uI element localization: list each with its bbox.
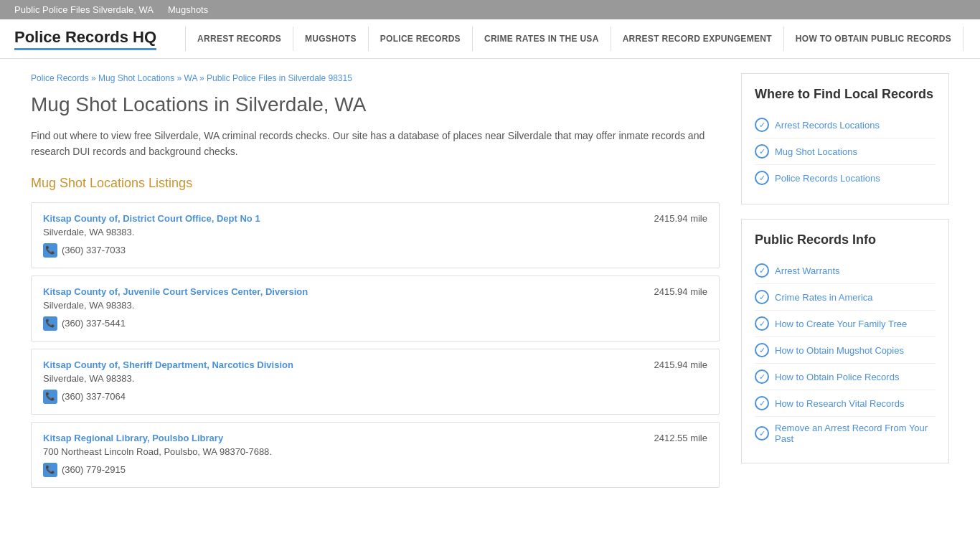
listing-name[interactable]: Kitsap Regional Library, Poulsbo Library <box>43 433 223 443</box>
breadcrumb: Police Records » Mug Shot Locations » WA… <box>31 73 720 83</box>
check-icon: ✓ <box>755 396 769 410</box>
sidebar-section1-title: Where to Find Local Records <box>755 87 936 102</box>
listing-card: Kitsap County of, Sheriff Department, Na… <box>31 349 720 415</box>
listing-card: Kitsap Regional Library, Poulsbo Library… <box>31 422 720 488</box>
nav-mugshots[interactable]: MUGSHOTS <box>293 27 369 51</box>
topbar-link-mugshots[interactable]: Mugshots <box>168 4 208 15</box>
sidebar-link[interactable]: ✓Police Records Locations <box>755 165 936 191</box>
listings-title: Mug Shot Locations Listings <box>31 176 720 191</box>
nav-arrest-records[interactable]: ARREST RECORDS <box>185 27 293 51</box>
listing-card: Kitsap County of, Juvenile Court Service… <box>31 276 720 342</box>
sidebar-link[interactable]: ✓How to Obtain Mugshot Copies <box>755 337 936 364</box>
phone-number[interactable]: (360) 779-2915 <box>62 464 126 475</box>
breadcrumb-police-records[interactable]: Police Records <box>31 73 89 83</box>
listing-phone: 📞 (360) 337-7064 <box>43 390 707 404</box>
sidebar-section2-title: Public Records Info <box>755 232 936 248</box>
listing-address: Silverdale, WA 98383. <box>43 300 707 311</box>
logo[interactable]: Police Records HQ <box>14 28 156 50</box>
page-title: Mug Shot Locations in Silverdale, WA <box>31 93 720 116</box>
check-icon: ✓ <box>755 426 769 441</box>
nav-police-records[interactable]: POLICE RECORDS <box>369 27 473 51</box>
sidebar-links-local: ✓Arrest Records Locations✓Mug Shot Locat… <box>755 112 936 191</box>
sidebar: Where to Find Local Records ✓Arrest Reco… <box>741 73 949 495</box>
nav-public-records[interactable]: HOW TO OBTAIN PUBLIC RECORDS <box>784 27 963 51</box>
phone-icon: 📞 <box>43 390 57 404</box>
topbar-link-police-files[interactable]: Public Police Files Silverdale, WA <box>14 4 154 15</box>
listing-distance: 2412.55 mile <box>654 433 707 443</box>
sidebar-link[interactable]: ✓How to Create Your Family Tree <box>755 311 936 337</box>
listing-header: Kitsap County of, Sheriff Department, Na… <box>43 359 707 370</box>
sidebar-link-label: Arrest Records Locations <box>775 120 880 131</box>
sidebar-link-label: Police Records Locations <box>775 173 880 184</box>
main-nav: ARREST RECORDS MUGSHOTS POLICE RECORDS C… <box>185 27 963 51</box>
nav-crime-rates[interactable]: CRIME RATES IN THE USA <box>473 27 611 51</box>
listing-header: Kitsap County of, District Court Office,… <box>43 213 707 224</box>
listing-header: Kitsap Regional Library, Poulsbo Library… <box>43 433 707 443</box>
sidebar-section-public-records: Public Records Info ✓Arrest Warrants✓Cri… <box>741 219 949 463</box>
phone-icon: 📞 <box>43 316 57 331</box>
check-icon: ✓ <box>755 144 769 159</box>
phone-number[interactable]: (360) 337-7064 <box>62 391 126 402</box>
check-icon: ✓ <box>755 171 769 185</box>
listing-phone: 📞 (360) 337-7033 <box>43 243 707 258</box>
breadcrumb-silverdale[interactable]: Public Police Files in Silverdale 98315 <box>207 73 352 83</box>
intro-text: Find out where to view free Silverdale, … <box>31 128 720 160</box>
listings-container: Kitsap County of, District Court Office,… <box>31 202 720 488</box>
sidebar-link-label: How to Research Vital Records <box>775 398 904 409</box>
sidebar-link-label: How to Create Your Family Tree <box>775 319 907 329</box>
sidebar-link[interactable]: ✓Arrest Warrants <box>755 258 936 284</box>
listing-distance: 2415.94 mile <box>654 213 707 224</box>
listing-name[interactable]: Kitsap County of, Sheriff Department, Na… <box>43 359 293 370</box>
listing-phone: 📞 (360) 337-5441 <box>43 316 707 331</box>
sidebar-link[interactable]: ✓Arrest Records Locations <box>755 112 936 138</box>
content-area: Police Records » Mug Shot Locations » WA… <box>31 73 720 495</box>
sidebar-link-label: Arrest Warrants <box>775 265 840 276</box>
sidebar-link[interactable]: ✓Crime Rates in America <box>755 284 936 311</box>
phone-number[interactable]: (360) 337-7033 <box>62 245 126 255</box>
listing-name[interactable]: Kitsap County of, Juvenile Court Service… <box>43 286 308 297</box>
check-icon: ✓ <box>755 290 769 304</box>
check-icon: ✓ <box>755 263 769 278</box>
listing-distance: 2415.94 mile <box>654 359 707 370</box>
breadcrumb-mug-shot-locations[interactable]: Mug Shot Locations <box>98 73 174 83</box>
check-icon: ✓ <box>755 369 769 384</box>
sidebar-links-public: ✓Arrest Warrants✓Crime Rates in America✓… <box>755 258 936 450</box>
listing-card: Kitsap County of, District Court Office,… <box>31 202 720 268</box>
sidebar-link[interactable]: ✓Remove an Arrest Record From Your Past <box>755 417 936 450</box>
check-icon: ✓ <box>755 343 769 357</box>
phone-icon: 📞 <box>43 243 57 258</box>
check-icon: ✓ <box>755 316 769 331</box>
nav-expungement[interactable]: ARREST RECORD EXPUNGEMENT <box>611 27 784 51</box>
sidebar-link-label: How to Obtain Police Records <box>775 372 899 382</box>
sidebar-link[interactable]: ✓How to Research Vital Records <box>755 390 936 417</box>
listing-name[interactable]: Kitsap County of, District Court Office,… <box>43 213 260 224</box>
listing-header: Kitsap County of, Juvenile Court Service… <box>43 286 707 297</box>
sidebar-link-label: How to Obtain Mugshot Copies <box>775 345 904 356</box>
sidebar-link-label: Crime Rates in America <box>775 292 873 303</box>
sidebar-section-local-records: Where to Find Local Records ✓Arrest Reco… <box>741 73 949 204</box>
main-container: Police Records » Mug Shot Locations » WA… <box>17 59 963 509</box>
sidebar-link[interactable]: ✓How to Obtain Police Records <box>755 364 936 390</box>
phone-number[interactable]: (360) 337-5441 <box>62 318 126 329</box>
header: Police Records HQ ARREST RECORDS MUGSHOT… <box>0 19 980 59</box>
listing-distance: 2415.94 mile <box>654 286 707 297</box>
sidebar-link-label: Remove an Arrest Record From Your Past <box>775 423 936 444</box>
top-bar: Public Police Files Silverdale, WA Mugsh… <box>0 0 980 19</box>
sidebar-link[interactable]: ✓Mug Shot Locations <box>755 138 936 165</box>
sidebar-link-label: Mug Shot Locations <box>775 146 857 157</box>
listing-phone: 📞 (360) 779-2915 <box>43 463 707 477</box>
listing-address: Silverdale, WA 98383. <box>43 227 707 237</box>
listing-address: 700 Northeast Lincoln Road, Poulsbo, WA … <box>43 446 707 457</box>
listing-address: Silverdale, WA 98383. <box>43 373 707 384</box>
breadcrumb-wa[interactable]: WA <box>184 73 197 83</box>
phone-icon: 📞 <box>43 463 57 477</box>
check-icon: ✓ <box>755 118 769 132</box>
